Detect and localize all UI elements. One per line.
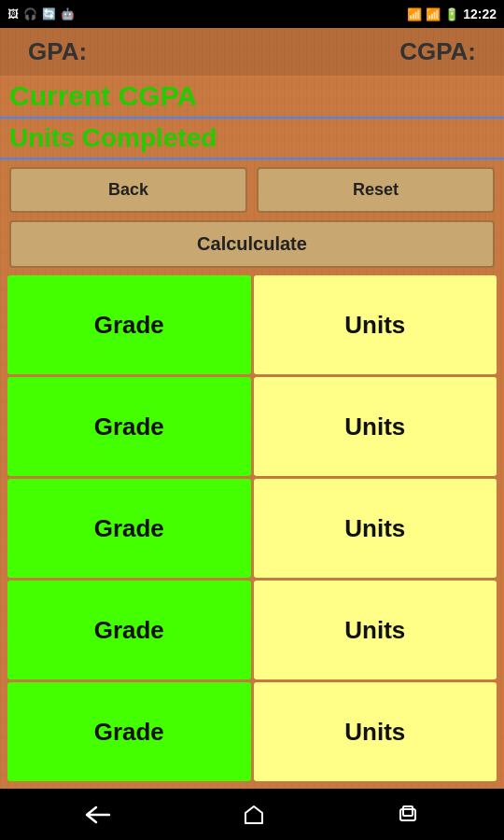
home-nav-button[interactable]: [243, 804, 265, 826]
units-cell-2[interactable]: Units: [254, 377, 497, 476]
signal-icon: 📶: [426, 7, 441, 21]
units-cell-5[interactable]: Units: [254, 682, 497, 781]
current-cgpa-input[interactable]: [9, 80, 495, 112]
status-right: 📶 📶 🔋 12:22: [407, 7, 497, 21]
table-row: Grade Units: [7, 479, 497, 578]
grade-units-grid: Grade Units Grade Units Grade Units Grad…: [0, 275, 504, 789]
header-row: GPA: CGPA:: [0, 28, 504, 76]
nav-bar: [0, 789, 504, 840]
table-row: Grade Units: [7, 682, 497, 781]
units-cell-4[interactable]: Units: [254, 581, 497, 679]
status-bar: 🖼 🎧 🔄 🤖 📶 📶 🔋 12:22: [0, 0, 504, 28]
grade-cell-3[interactable]: Grade: [7, 479, 251, 578]
table-row: Grade Units: [7, 275, 497, 374]
grade-cell-1[interactable]: Grade: [7, 275, 251, 374]
cgpa-label: CGPA:: [399, 37, 476, 66]
units-completed-label: Units Completed: [9, 123, 495, 153]
svg-rect-1: [403, 806, 413, 816]
headset-icon: 🎧: [23, 7, 37, 21]
gpa-label: GPA:: [28, 37, 87, 66]
grade-cell-4[interactable]: Grade: [7, 581, 251, 679]
sync-icon: 🔄: [42, 7, 56, 21]
units-completed-container: Units Completed: [0, 119, 504, 160]
table-row: Grade Units: [7, 581, 497, 679]
table-row: Grade Units: [7, 377, 497, 476]
app-area: GPA: CGPA: Units Completed Back Reset Ca…: [0, 28, 504, 789]
recents-nav-button[interactable]: [397, 804, 419, 826]
reset-button[interactable]: Reset: [257, 167, 495, 213]
units-cell-1[interactable]: Units: [254, 275, 497, 374]
android-icon: 🤖: [61, 7, 75, 21]
calculate-container: Calculculate: [0, 220, 504, 275]
units-cell-3[interactable]: Units: [254, 479, 497, 578]
status-icons-left: 🖼 🎧 🔄 🤖: [7, 7, 75, 21]
current-cgpa-container: [0, 76, 504, 119]
back-button[interactable]: Back: [9, 167, 247, 213]
picture-icon: 🖼: [7, 7, 19, 21]
back-nav-button[interactable]: [85, 805, 111, 824]
clock: 12:22: [463, 7, 497, 21]
calculate-button[interactable]: Calculculate: [9, 220, 495, 268]
wifi-icon: 📶: [407, 7, 422, 21]
battery-icon: 🔋: [444, 7, 459, 21]
grade-cell-5[interactable]: Grade: [7, 682, 251, 781]
grade-cell-2[interactable]: Grade: [7, 377, 251, 476]
action-buttons-row: Back Reset: [0, 160, 504, 220]
